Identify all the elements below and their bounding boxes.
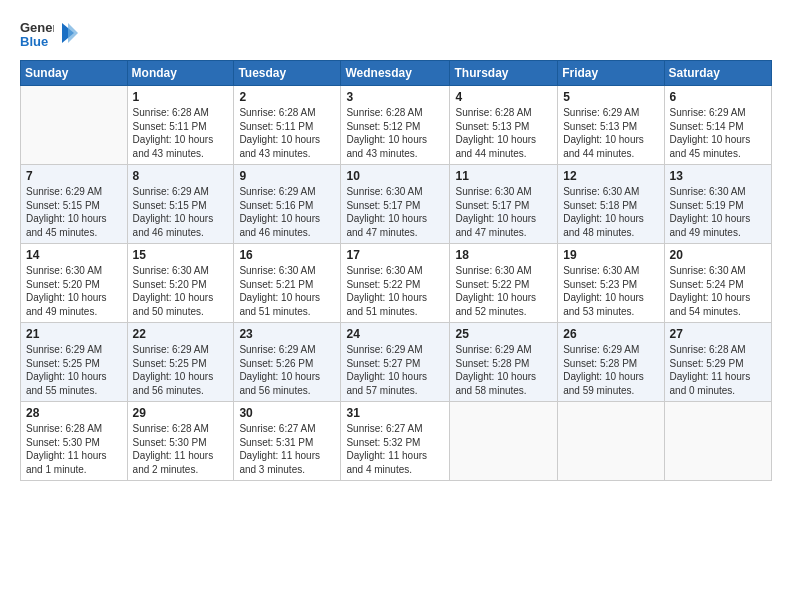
day-number: 19 [563,248,658,262]
day-number: 17 [346,248,444,262]
calendar-cell: 7Sunrise: 6:29 AMSunset: 5:15 PMDaylight… [21,165,128,244]
day-number: 30 [239,406,335,420]
calendar-cell: 30Sunrise: 6:27 AMSunset: 5:31 PMDayligh… [234,402,341,481]
day-info: Sunrise: 6:29 AMSunset: 5:25 PMDaylight:… [26,343,122,397]
calendar-table: SundayMondayTuesdayWednesdayThursdayFrid… [20,60,772,481]
day-number: 12 [563,169,658,183]
day-number: 9 [239,169,335,183]
day-info: Sunrise: 6:28 AMSunset: 5:13 PMDaylight:… [455,106,552,160]
day-info: Sunrise: 6:27 AMSunset: 5:32 PMDaylight:… [346,422,444,476]
day-number: 23 [239,327,335,341]
day-number: 14 [26,248,122,262]
logo-icon: General Blue [20,16,54,50]
day-info: Sunrise: 6:30 AMSunset: 5:23 PMDaylight:… [563,264,658,318]
col-header-tuesday: Tuesday [234,61,341,86]
day-info: Sunrise: 6:30 AMSunset: 5:24 PMDaylight:… [670,264,766,318]
calendar-cell: 14Sunrise: 6:30 AMSunset: 5:20 PMDayligh… [21,244,128,323]
calendar-week-row: 14Sunrise: 6:30 AMSunset: 5:20 PMDayligh… [21,244,772,323]
calendar-cell: 22Sunrise: 6:29 AMSunset: 5:25 PMDayligh… [127,323,234,402]
calendar-cell: 20Sunrise: 6:30 AMSunset: 5:24 PMDayligh… [664,244,771,323]
day-number: 16 [239,248,335,262]
calendar-week-row: 1Sunrise: 6:28 AMSunset: 5:11 PMDaylight… [21,86,772,165]
col-header-sunday: Sunday [21,61,128,86]
day-number: 21 [26,327,122,341]
day-number: 6 [670,90,766,104]
day-number: 18 [455,248,552,262]
day-number: 5 [563,90,658,104]
arrow-logo-icon [58,19,78,47]
svg-marker-3 [68,23,78,43]
logo: General Blue [20,16,78,50]
day-number: 10 [346,169,444,183]
day-info: Sunrise: 6:29 AMSunset: 5:27 PMDaylight:… [346,343,444,397]
calendar-cell: 29Sunrise: 6:28 AMSunset: 5:30 PMDayligh… [127,402,234,481]
day-info: Sunrise: 6:28 AMSunset: 5:11 PMDaylight:… [239,106,335,160]
svg-text:Blue: Blue [20,34,48,49]
calendar-week-row: 28Sunrise: 6:28 AMSunset: 5:30 PMDayligh… [21,402,772,481]
calendar-cell: 26Sunrise: 6:29 AMSunset: 5:28 PMDayligh… [558,323,664,402]
day-info: Sunrise: 6:29 AMSunset: 5:16 PMDaylight:… [239,185,335,239]
day-number: 28 [26,406,122,420]
day-number: 20 [670,248,766,262]
calendar-cell: 11Sunrise: 6:30 AMSunset: 5:17 PMDayligh… [450,165,558,244]
calendar-cell: 25Sunrise: 6:29 AMSunset: 5:28 PMDayligh… [450,323,558,402]
calendar-cell: 1Sunrise: 6:28 AMSunset: 5:11 PMDaylight… [127,86,234,165]
day-info: Sunrise: 6:28 AMSunset: 5:12 PMDaylight:… [346,106,444,160]
calendar-cell: 23Sunrise: 6:29 AMSunset: 5:26 PMDayligh… [234,323,341,402]
calendar-cell: 6Sunrise: 6:29 AMSunset: 5:14 PMDaylight… [664,86,771,165]
calendar-cell: 31Sunrise: 6:27 AMSunset: 5:32 PMDayligh… [341,402,450,481]
calendar-cell: 5Sunrise: 6:29 AMSunset: 5:13 PMDaylight… [558,86,664,165]
day-number: 2 [239,90,335,104]
calendar-header-row: SundayMondayTuesdayWednesdayThursdayFrid… [21,61,772,86]
day-info: Sunrise: 6:30 AMSunset: 5:18 PMDaylight:… [563,185,658,239]
calendar-cell: 3Sunrise: 6:28 AMSunset: 5:12 PMDaylight… [341,86,450,165]
calendar-cell: 19Sunrise: 6:30 AMSunset: 5:23 PMDayligh… [558,244,664,323]
calendar-cell: 12Sunrise: 6:30 AMSunset: 5:18 PMDayligh… [558,165,664,244]
col-header-wednesday: Wednesday [341,61,450,86]
svg-text:General: General [20,20,54,35]
day-number: 25 [455,327,552,341]
calendar-cell: 28Sunrise: 6:28 AMSunset: 5:30 PMDayligh… [21,402,128,481]
day-info: Sunrise: 6:29 AMSunset: 5:28 PMDaylight:… [455,343,552,397]
day-info: Sunrise: 6:28 AMSunset: 5:30 PMDaylight:… [26,422,122,476]
calendar-cell: 4Sunrise: 6:28 AMSunset: 5:13 PMDaylight… [450,86,558,165]
day-info: Sunrise: 6:29 AMSunset: 5:15 PMDaylight:… [133,185,229,239]
day-number: 4 [455,90,552,104]
day-number: 11 [455,169,552,183]
day-info: Sunrise: 6:28 AMSunset: 5:11 PMDaylight:… [133,106,229,160]
calendar-cell: 9Sunrise: 6:29 AMSunset: 5:16 PMDaylight… [234,165,341,244]
day-number: 22 [133,327,229,341]
day-info: Sunrise: 6:29 AMSunset: 5:13 PMDaylight:… [563,106,658,160]
day-number: 27 [670,327,766,341]
calendar-cell [664,402,771,481]
day-info: Sunrise: 6:30 AMSunset: 5:22 PMDaylight:… [455,264,552,318]
day-info: Sunrise: 6:27 AMSunset: 5:31 PMDaylight:… [239,422,335,476]
day-number: 26 [563,327,658,341]
calendar-cell [558,402,664,481]
calendar-cell: 8Sunrise: 6:29 AMSunset: 5:15 PMDaylight… [127,165,234,244]
day-number: 15 [133,248,229,262]
calendar-cell: 13Sunrise: 6:30 AMSunset: 5:19 PMDayligh… [664,165,771,244]
day-info: Sunrise: 6:29 AMSunset: 5:14 PMDaylight:… [670,106,766,160]
day-info: Sunrise: 6:30 AMSunset: 5:17 PMDaylight:… [346,185,444,239]
day-number: 7 [26,169,122,183]
day-number: 1 [133,90,229,104]
calendar-cell [450,402,558,481]
day-info: Sunrise: 6:28 AMSunset: 5:30 PMDaylight:… [133,422,229,476]
day-info: Sunrise: 6:29 AMSunset: 5:15 PMDaylight:… [26,185,122,239]
col-header-thursday: Thursday [450,61,558,86]
col-header-friday: Friday [558,61,664,86]
calendar-cell: 16Sunrise: 6:30 AMSunset: 5:21 PMDayligh… [234,244,341,323]
calendar-cell: 24Sunrise: 6:29 AMSunset: 5:27 PMDayligh… [341,323,450,402]
calendar-cell: 2Sunrise: 6:28 AMSunset: 5:11 PMDaylight… [234,86,341,165]
day-number: 13 [670,169,766,183]
day-number: 29 [133,406,229,420]
day-info: Sunrise: 6:28 AMSunset: 5:29 PMDaylight:… [670,343,766,397]
col-header-saturday: Saturday [664,61,771,86]
day-number: 24 [346,327,444,341]
calendar-cell: 21Sunrise: 6:29 AMSunset: 5:25 PMDayligh… [21,323,128,402]
calendar-cell: 17Sunrise: 6:30 AMSunset: 5:22 PMDayligh… [341,244,450,323]
day-number: 8 [133,169,229,183]
day-info: Sunrise: 6:30 AMSunset: 5:22 PMDaylight:… [346,264,444,318]
calendar-cell: 18Sunrise: 6:30 AMSunset: 5:22 PMDayligh… [450,244,558,323]
